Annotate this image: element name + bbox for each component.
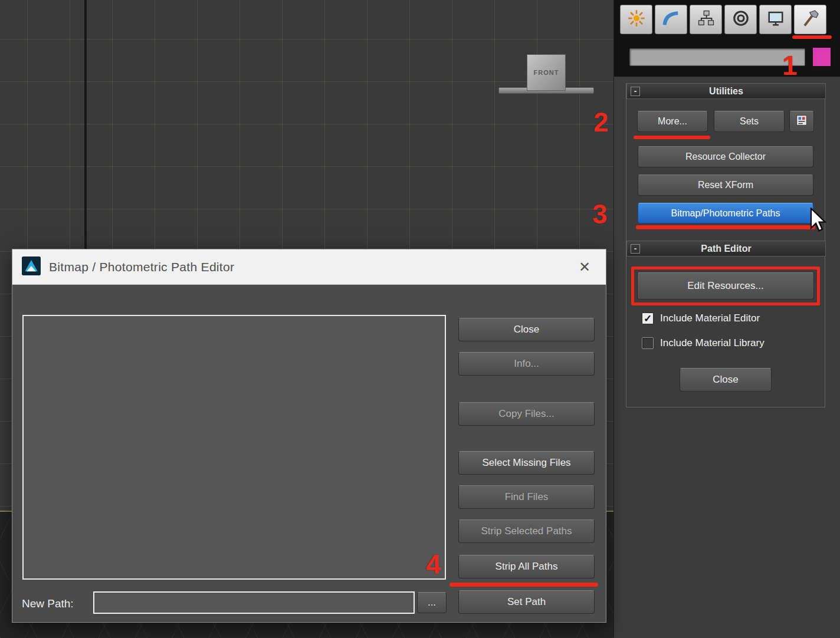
annotation-box-edit-resources bbox=[631, 267, 820, 305]
path-editor-rollout-title: Path Editor bbox=[701, 244, 751, 254]
annotation-underline-bitmap-paths bbox=[636, 225, 815, 229]
dialog-close-icon[interactable]: ✕ bbox=[573, 260, 596, 274]
command-panel-tabs bbox=[620, 5, 826, 34]
path-list-box[interactable] bbox=[22, 315, 446, 580]
annotation-step-2: 2 bbox=[593, 106, 609, 138]
3dsmax-logo-icon bbox=[22, 256, 41, 278]
button-sets-icon bbox=[795, 114, 808, 129]
tab-create[interactable] bbox=[620, 5, 652, 34]
bitmap-photometric-paths-button[interactable]: Bitmap/Photometric Paths bbox=[638, 203, 813, 223]
configure-button-sets-button[interactable] bbox=[789, 111, 814, 132]
annotation-underline-more bbox=[634, 136, 710, 139]
collapse-minus-icon[interactable]: - bbox=[631, 244, 640, 254]
info-button[interactable]: Info... bbox=[458, 352, 595, 376]
mouse-cursor-icon bbox=[808, 208, 827, 236]
find-files-button[interactable]: Find Files bbox=[458, 485, 595, 509]
sets-button[interactable]: Sets bbox=[714, 111, 785, 132]
object-color-swatch[interactable] bbox=[812, 47, 831, 67]
resource-collector-button[interactable]: Resource Collector bbox=[638, 146, 813, 167]
dialog-title: Bitmap / Photometric Path Editor bbox=[49, 260, 565, 274]
front-gizmo-box[interactable]: FRONT bbox=[527, 54, 566, 91]
tab-hierarchy[interactable] bbox=[690, 5, 722, 34]
modify-curve-icon bbox=[662, 9, 680, 29]
dialog-close-button[interactable]: Close bbox=[458, 318, 595, 341]
strip-selected-paths-button[interactable]: Strip Selected Paths bbox=[458, 519, 595, 543]
hierarchy-icon bbox=[697, 9, 715, 29]
3dsmax-app-window: FRONT bbox=[0, 0, 840, 638]
annotation-step-1: 1 bbox=[782, 50, 798, 81]
path-editor-close-button[interactable]: Close bbox=[680, 368, 772, 392]
tab-modify[interactable] bbox=[655, 5, 687, 34]
utilities-rollout-header[interactable]: - Utilities bbox=[626, 83, 826, 99]
create-sunburst-icon bbox=[628, 9, 645, 29]
reset-xform-button[interactable]: Reset XForm bbox=[638, 175, 813, 196]
new-path-label: New Path: bbox=[22, 597, 74, 610]
annotation-underline-strip-all bbox=[449, 583, 598, 587]
collapse-minus-icon[interactable]: - bbox=[631, 87, 640, 96]
utilities-hammer-icon bbox=[802, 9, 819, 29]
tab-utilities[interactable] bbox=[794, 5, 826, 34]
browse-path-button[interactable]: ... bbox=[417, 592, 447, 613]
include-material-library-row: Include Material Library bbox=[642, 337, 764, 349]
include-material-editor-label: Include Material Editor bbox=[660, 313, 760, 324]
utilities-rollout-title: Utilities bbox=[709, 86, 743, 97]
new-path-input[interactable] bbox=[93, 591, 415, 614]
tab-motion[interactable] bbox=[724, 5, 757, 34]
dialog-titlebar[interactable]: Bitmap / Photometric Path Editor ✕ bbox=[12, 249, 606, 285]
set-path-button[interactable]: Set Path bbox=[458, 590, 595, 614]
copy-files-button[interactable]: Copy Files... bbox=[458, 402, 595, 426]
tab-display[interactable] bbox=[759, 5, 792, 34]
motion-wheel-icon bbox=[732, 9, 750, 29]
strip-all-paths-button[interactable]: Strip All Paths bbox=[458, 555, 595, 578]
more-button[interactable]: More... bbox=[637, 111, 708, 132]
object-name-field[interactable] bbox=[629, 48, 805, 66]
annotation-step-3: 3 bbox=[592, 198, 608, 230]
path-editor-rollout-header[interactable]: - Path Editor bbox=[626, 241, 826, 256]
include-material-library-checkbox[interactable] bbox=[642, 337, 654, 349]
annotation-underline-utilities-tab bbox=[792, 35, 832, 39]
include-material-library-label: Include Material Library bbox=[660, 337, 764, 349]
command-panel: - Utilities More... Sets Resource Collec… bbox=[613, 0, 840, 638]
include-material-editor-row: ✓ Include Material Editor bbox=[642, 313, 760, 324]
bitmap-path-editor-dialog: Bitmap / Photometric Path Editor ✕ Close… bbox=[12, 249, 606, 623]
include-material-editor-checkbox[interactable]: ✓ bbox=[642, 313, 654, 324]
annotation-step-4: 4 bbox=[426, 548, 441, 580]
select-missing-files-button[interactable]: Select Missing Files bbox=[458, 451, 595, 475]
display-monitor-icon bbox=[767, 9, 785, 29]
utility-rollouts: - Utilities More... Sets Resource Collec… bbox=[626, 83, 825, 407]
